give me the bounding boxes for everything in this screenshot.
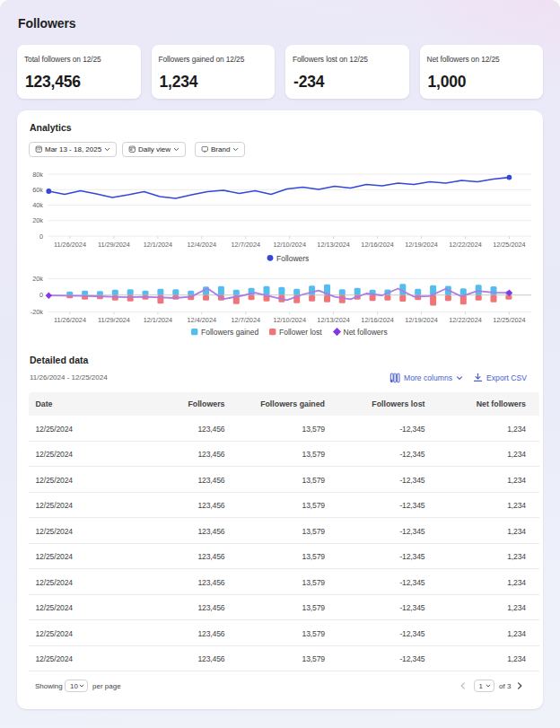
svg-text:Followers: Followers (276, 254, 309, 263)
svg-text:12/10/2024: 12/10/2024 (273, 241, 306, 249)
svg-text:60k: 60k (32, 186, 43, 194)
svg-text:80k: 80k (32, 171, 43, 179)
svg-text:11/29/2024: 11/29/2024 (98, 316, 130, 324)
svg-text:12/4/2024: 12/4/2024 (188, 316, 216, 324)
svg-text:40k: 40k (32, 201, 43, 209)
svg-text:12/25/2024: 12/25/2024 (493, 241, 526, 249)
svg-text:11/29/2024: 11/29/2024 (98, 241, 130, 249)
svg-text:20k: 20k (32, 275, 43, 283)
svg-text:Follower lost: Follower lost (279, 328, 322, 337)
svg-text:12/1/2024: 12/1/2024 (144, 241, 172, 249)
svg-text:12/22/2024: 12/22/2024 (449, 241, 482, 249)
svg-text:12/7/2024: 12/7/2024 (232, 241, 260, 249)
svg-text:12/7/2024: 12/7/2024 (232, 316, 260, 324)
svg-text:Followers gained: Followers gained (201, 328, 259, 337)
svg-text:12/13/2024: 12/13/2024 (317, 241, 350, 249)
svg-text:-20k: -20k (31, 308, 44, 316)
svg-text:12/25/2024: 12/25/2024 (493, 316, 526, 324)
svg-text:12/13/2024: 12/13/2024 (317, 316, 350, 324)
svg-text:Net followers: Net followers (344, 328, 388, 337)
svg-text:11/26/2024: 11/26/2024 (54, 241, 86, 249)
svg-text:12/1/2024: 12/1/2024 (144, 316, 172, 324)
svg-text:20k: 20k (32, 216, 43, 224)
svg-text:12/19/2024: 12/19/2024 (405, 241, 438, 249)
svg-text:0: 0 (39, 232, 43, 241)
svg-text:12/22/2024: 12/22/2024 (449, 316, 482, 324)
svg-text:0: 0 (39, 291, 43, 299)
svg-text:11/26/2024: 11/26/2024 (54, 316, 86, 324)
svg-text:12/10/2024: 12/10/2024 (273, 316, 306, 324)
svg-text:12/16/2024: 12/16/2024 (361, 241, 394, 249)
svg-text:12/4/2024: 12/4/2024 (188, 241, 216, 249)
svg-text:12/19/2024: 12/19/2024 (405, 316, 438, 324)
svg-text:12/16/2024: 12/16/2024 (361, 316, 394, 324)
